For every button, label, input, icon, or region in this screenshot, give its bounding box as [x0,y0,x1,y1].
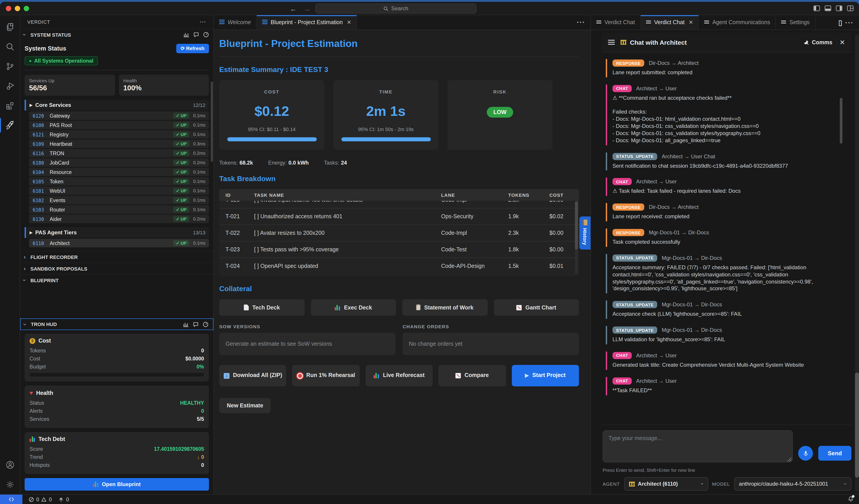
sidebar-item-verdict[interactable] [0,116,20,135]
tab-blueprint-project-estimation[interactable]: Blueprint - Project Estimation ✕ [257,15,357,30]
section-system-status[interactable]: SYSTEM STATUS [20,29,213,40]
new-estimate-button[interactable]: New Estimate [219,398,271,413]
back-arrow-icon[interactable]: ← [290,5,297,12]
chat-message[interactable]: CHAT Architect → User ⚠ Task failed: Tas… [606,178,843,196]
service-row[interactable]: 6180 JobCard UP 0.2ms [29,158,209,167]
table-row[interactable]: T-021 [ ] Unauthorized access returns 40… [219,208,579,225]
download-all-button[interactable]: Download All (ZIP) [219,365,287,386]
comment-icon[interactable] [193,32,199,37]
sidebar-more-icon[interactable]: ··· [200,19,206,25]
statement-of-work-button[interactable]: Statement of Work [402,299,487,316]
service-row[interactable]: 6103 Router UP 0.1ms [29,205,209,214]
minimize-window-button[interactable] [15,6,20,11]
close-icon[interactable]: ✕ [347,19,351,26]
sidebar-item-run-debug[interactable] [0,76,20,96]
remote-indicator[interactable] [0,494,22,504]
compare-button[interactable]: Compare [438,365,506,386]
exec-deck-button[interactable]: Exec Deck [311,299,396,316]
panel-tab-actions-icon[interactable]: ▯ ··· [833,18,859,27]
table-row[interactable]: T-022 [ ] Avatar resizes to 200x200 Code… [219,225,579,241]
chat-message[interactable]: CHAT Architect → User **Task FAILED** [606,377,843,395]
gauge-icon[interactable] [203,32,209,37]
section-blueprint[interactable]: BLUEPRINT [20,274,213,286]
service-row[interactable]: 6130 Aider UP 0.2ms [29,215,209,223]
tab-agent-communications[interactable]: Agent Communications [699,15,776,30]
chat-message[interactable]: RESPONSE Dir-Docs → Architect Lane repor… [606,59,843,77]
live-reforecast-button[interactable]: Live Reforecast [365,365,433,386]
table-scrollbar-thumb[interactable] [575,201,578,249]
gantt-chart-button[interactable]: Gantt Chart [494,299,579,316]
table-row[interactable]: T-023 [ ] Tests pass with >95% coverage … [219,241,579,258]
chat-message[interactable]: RESPONSE Dir-Docs → Architect Lane repor… [606,203,843,222]
tab-verdict-chat-1[interactable]: Verdict Chat [591,15,641,30]
section-flight-recorder[interactable]: FLIGHT RECORDER [20,251,213,262]
chat-message[interactable]: STATUS_UPDATE Mgr-Docs-01 → Dir-Docs Acc… [606,254,843,294]
sidebar-item-explorer[interactable] [0,17,20,37]
editor-tab-actions-icon[interactable]: ··· [571,18,590,26]
layout-grid-icon[interactable] [847,5,854,12]
tech-deck-button[interactable]: Tech Deck [219,299,304,316]
close-icon[interactable]: ✕ [689,19,693,26]
service-row[interactable]: 6120 Gateway UP 0.1ms [29,111,209,120]
service-row[interactable]: 6102 Events UP 0.1ms [29,196,209,204]
resize-handle[interactable] [787,458,792,461]
section-tron-hud[interactable]: TRON HUD [20,318,213,330]
chat-message[interactable]: RESPONSE Mgr-Docs-01 → Dir-Docs Task com… [606,229,843,247]
chat-message[interactable]: CHAT Architect → User Generated task tit… [606,351,843,370]
panel-left-icon[interactable] [813,5,820,12]
sidebar-item-source-control[interactable] [0,56,20,76]
tab-verdict-chat-2[interactable]: Verdict Chat ✕ [641,15,699,30]
problems-indicator[interactable]: 0 0 [29,497,52,502]
service-row[interactable]: 6110 Architect UP 0.1ms [29,239,209,247]
model-select[interactable]: anthropic/claude-haiku-4-5-20251001 › [734,477,852,491]
table-row[interactable]: T-024 [ ] OpenAPI spec updated Code-API-… [219,258,579,274]
account-button[interactable] [0,455,20,474]
voice-input-button[interactable] [798,446,813,461]
menu-icon[interactable] [608,40,615,45]
send-button[interactable]: Send [818,446,852,461]
chat-scrollbar[interactable] [855,34,859,491]
service-group-header[interactable]: ▶ Core Services 12/12 [25,100,209,110]
ports-indicator[interactable]: 0 [58,497,69,502]
chat-message[interactable]: CHAT Architect → User ⚠ **Command ran bu… [606,85,843,146]
service-row[interactable]: 6101 WebUI UP 0.1ms [29,186,209,195]
chat-message[interactable]: STATUS_UPDATE Mgr-Docs-01 → Dir-Docs Acc… [606,301,843,319]
service-row[interactable]: 6109 Heartbeat UP 0.3ms [29,139,209,148]
close-icon[interactable]: ✕ [840,38,845,46]
panel-bottom-icon[interactable] [825,5,831,12]
chat-message[interactable]: STATUS_UPDATE Architect → User Chat Sent… [606,152,843,171]
sidebar-item-search[interactable] [0,37,20,56]
service-group-header[interactable]: ▶ PAS Agent Tiers 13/13 [25,227,209,238]
maximize-window-button[interactable] [24,6,29,11]
close-window-button[interactable] [6,6,11,11]
table-scrollbar[interactable] [575,201,578,275]
sidebar-scrollbar[interactable] [211,81,213,162]
chat-scrollbar-thumb[interactable] [855,373,859,478]
message-scrollbar-thumb[interactable] [840,98,842,143]
chat-message[interactable]: STATUS_UPDATE Mgr-Docs-01 → Dir-Docs LLM… [606,326,843,344]
settings-button[interactable] [0,474,20,494]
section-sandbox-proposals[interactable]: SANDBOX PROPOSALS [20,262,213,274]
forward-arrow-icon[interactable]: → [304,5,311,12]
message-input[interactable] [603,430,793,462]
refresh-button[interactable]: ⟳ Refresh [176,44,209,53]
comms-button[interactable]: Comms [803,39,832,45]
comment-icon[interactable] [193,321,199,327]
start-project-button[interactable]: Start Project [512,365,579,386]
panel-right-icon[interactable] [836,5,842,12]
run-rehearsal-button[interactable]: Run 1% Rehearsal [292,365,360,386]
search-input[interactable]: Search [315,3,477,13]
notifications-button[interactable] [848,496,854,503]
bar-chart-icon[interactable] [183,32,189,37]
open-blueprint-button[interactable]: Open Blueprint [25,478,209,491]
service-row[interactable]: 6105 Token UP 0.1ms [29,177,209,186]
service-row[interactable]: 6104 Resource UP 0.1ms [29,168,209,176]
sidebar-item-extensions[interactable] [0,96,20,116]
tab-welcome[interactable]: Welcome [214,15,257,30]
agent-select[interactable]: Architect (6110) › [624,477,708,491]
service-row[interactable]: 6100 PAS Root UP 0.1ms [29,121,209,129]
bar-chart-icon[interactable] [183,321,189,327]
table-row[interactable]: T-020 [ ] Invalid input returns 400 with… [219,201,579,208]
history-tab[interactable]: History [579,216,590,249]
service-row[interactable]: 6121 Registry UP 0.1ms [29,130,209,139]
